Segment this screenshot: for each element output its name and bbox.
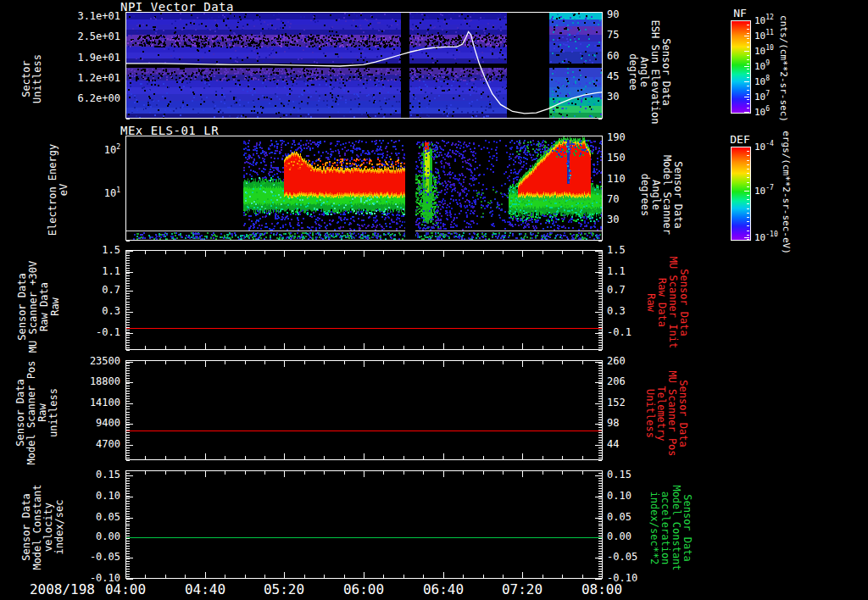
y-minor-tick xyxy=(126,304,130,305)
colorbar-tick-label: 106 xyxy=(754,107,770,118)
colorbar-minor-tick xyxy=(747,151,749,152)
y-minor-tick xyxy=(598,493,602,494)
def-colorbar-unit: ergs/(cm**2-sr-sec-eV) xyxy=(781,131,792,254)
y-minor-tick xyxy=(126,521,130,522)
panel-mu-scanner-30v-box xyxy=(125,250,603,350)
colorbar-tick-label: 1010 xyxy=(754,46,774,57)
y-minor-tick xyxy=(598,281,602,281)
axis-label-line: unitless xyxy=(48,361,59,465)
y-minor-tick xyxy=(126,342,130,343)
axis-label-line: Telemetry xyxy=(655,370,666,456)
x-minor-tick xyxy=(185,361,186,364)
y-axis-label-left-els: Electron EnergyeV xyxy=(47,144,70,236)
colorbar-minor-tick xyxy=(747,55,749,56)
y-minor-tick xyxy=(598,370,602,371)
y-minor-tick xyxy=(126,458,130,458)
colorbar-minor-tick xyxy=(747,217,749,218)
colorbar-tick-label: 10-10 xyxy=(754,232,778,243)
y-minor-tick xyxy=(598,406,602,407)
colorbar-minor-tick xyxy=(747,208,749,209)
y-minor-tick xyxy=(126,298,130,299)
y-minor-tick xyxy=(126,576,130,577)
x-minor-tick xyxy=(562,456,563,459)
x-tick-mark xyxy=(284,572,285,578)
x-minor-tick xyxy=(542,575,543,578)
x-minor-tick xyxy=(562,346,563,349)
y-minor-tick xyxy=(126,508,130,509)
axis-label-line: Sensor Data xyxy=(677,370,688,456)
y-minor-tick xyxy=(598,569,602,569)
x-minor-tick xyxy=(423,361,424,364)
x-minor-tick xyxy=(383,471,384,475)
y-minor-tick xyxy=(126,553,130,554)
y-minor-tick xyxy=(598,450,602,451)
x-tick-mark xyxy=(364,471,364,477)
y-minor-tick xyxy=(598,340,602,341)
colorbar-minor-tick xyxy=(747,59,749,60)
y-minor-tick xyxy=(126,378,130,379)
y-minor-tick xyxy=(126,293,130,294)
tick-label-npi-left: 6.2e+00 xyxy=(47,93,120,104)
y-minor-tick xyxy=(126,473,130,474)
y-minor-tick xyxy=(126,511,130,512)
x-minor-tick xyxy=(423,456,424,459)
x-minor-tick xyxy=(562,575,563,578)
x-minor-tick xyxy=(225,575,225,578)
x-minor-tick xyxy=(582,346,583,349)
y-minor-tick xyxy=(126,263,130,264)
x-tick-mark xyxy=(443,572,444,578)
y-minor-tick xyxy=(126,314,130,315)
colorbar-minor-tick xyxy=(747,155,749,156)
x-minor-tick xyxy=(185,346,186,349)
colorbar-tick-mark xyxy=(744,237,749,238)
axis-label-line: degrees xyxy=(639,155,650,235)
x-minor-tick xyxy=(264,575,265,578)
x-tick-mark xyxy=(443,251,444,257)
y-minor-tick xyxy=(598,514,602,514)
y-minor-tick xyxy=(598,498,602,499)
x-tick-mark xyxy=(205,361,206,367)
y-minor-tick xyxy=(126,322,130,323)
x-minor-tick xyxy=(383,456,384,459)
axis-label-line: Sensor Data xyxy=(682,485,693,570)
x-minor-tick xyxy=(324,471,325,475)
y-minor-tick xyxy=(126,255,130,256)
y-axis-label-right-mu-scanner-30v: Sensor DataMU Scanner InitRaw DataRaw xyxy=(645,257,689,348)
x-tick-mark xyxy=(602,13,603,19)
y-minor-tick xyxy=(598,496,602,497)
y-minor-tick xyxy=(126,368,130,369)
x-minor-tick xyxy=(383,361,384,364)
colorbar-minor-tick xyxy=(747,64,749,64)
y-minor-tick xyxy=(598,445,602,446)
panel-model-scanner-pos-box xyxy=(125,360,603,460)
y-minor-tick xyxy=(126,345,130,346)
y-minor-tick xyxy=(126,450,130,451)
y-minor-tick xyxy=(126,406,130,407)
y-minor-tick xyxy=(126,422,130,423)
y-minor-tick xyxy=(598,302,602,303)
x-minor-tick xyxy=(582,251,583,254)
x-minor-tick xyxy=(542,456,543,459)
colorbar-minor-tick xyxy=(747,235,749,236)
y-minor-tick xyxy=(598,483,602,484)
x-minor-tick xyxy=(562,361,563,364)
axis-label-line: acceleration xyxy=(659,485,670,570)
y-minor-tick xyxy=(598,381,602,381)
x-minor-tick xyxy=(344,575,345,578)
x-tick-mark xyxy=(602,343,603,349)
y-minor-tick xyxy=(598,119,602,119)
axis-label-line: Sensor Data xyxy=(678,257,689,348)
colorbar-minor-tick xyxy=(747,225,749,226)
y-minor-tick xyxy=(598,241,602,242)
model-scanner-pos-data-line xyxy=(126,431,602,431)
colorbar-minor-tick xyxy=(747,239,749,240)
x-minor-tick xyxy=(503,361,504,364)
y-minor-tick xyxy=(598,325,602,325)
colorbar-minor-tick xyxy=(747,69,749,69)
y-minor-tick xyxy=(126,506,130,507)
y-minor-tick xyxy=(598,524,602,525)
x-minor-tick xyxy=(165,346,166,349)
x-minor-tick xyxy=(264,346,265,349)
y-minor-tick xyxy=(126,253,130,253)
y-minor-tick xyxy=(598,516,602,517)
